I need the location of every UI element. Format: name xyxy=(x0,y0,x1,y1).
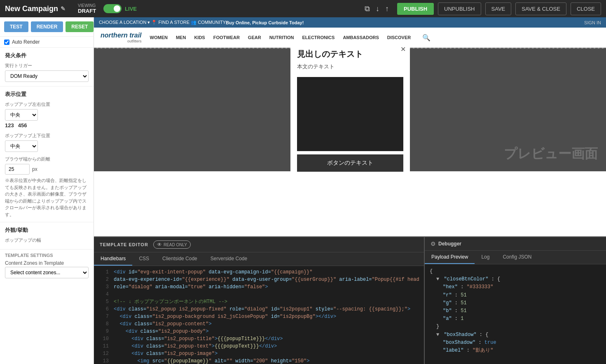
json-label: "label" : "影あり" xyxy=(430,347,601,355)
nav-kids[interactable]: KIDS xyxy=(194,35,205,40)
json-root-open: { xyxy=(430,268,601,275)
download-icon[interactable]: ↓ xyxy=(376,5,379,13)
sidebar-note: ※表示位置が中央の場合、距離指定をしても反映されません。またポップアップの大きさ… xyxy=(5,177,89,218)
position-section: 表示位置 ポップアップ左右位置 中央 123 456 ポップアップ上下位置 中央… xyxy=(0,86,94,222)
draft-live-toggle[interactable]: LIVE xyxy=(103,4,137,13)
toggle-switch[interactable] xyxy=(103,4,122,13)
tab-log[interactable]: Log xyxy=(475,251,496,264)
header-icons: ⧉ ↓ ↑ xyxy=(365,5,389,13)
popup-body-text: 本文のテキスト xyxy=(290,61,410,74)
coord-y: 456 xyxy=(18,122,27,128)
preview-area: CHOOSE A LOCATION ▾ 📍 FIND A STORE 👥 COM… xyxy=(94,17,606,236)
nav-ambassadors[interactable]: AMBASSADORS xyxy=(343,35,379,40)
viewing-label: VIEWING xyxy=(78,3,96,8)
nav-discover[interactable]: DISCOVER xyxy=(387,35,411,40)
eye-icon: 👁 xyxy=(157,242,162,247)
tab-config-json[interactable]: Config JSON xyxy=(496,251,538,264)
code-line-6: 6 <div class="is2_popup is2_popup-fixed"… xyxy=(94,306,424,313)
main-layout: TEST RENDER RESET Auto Render 発火条件 実行トリガ… xyxy=(0,17,606,364)
close-button[interactable]: CLOSE xyxy=(571,2,601,15)
code-line-3: 3 role="dialog" aria-modal="true" aria-h… xyxy=(94,283,424,291)
popup-image-placeholder xyxy=(297,77,403,151)
popup-close-button[interactable]: ✕ xyxy=(400,45,406,53)
upload-icon[interactable]: ↑ xyxy=(385,5,389,13)
center-area: CHOOSE A LOCATION ▾ 📍 FIND A STORE 👥 COM… xyxy=(94,17,606,364)
distance-label: ブラウザ端からの距離 xyxy=(5,156,89,162)
site-top-left: CHOOSE A LOCATION ▾ 📍 FIND A STORE 👥 COM… xyxy=(99,20,226,25)
viewing-group: VIEWING DRAFT xyxy=(78,3,96,14)
content-zones-label: Content Zones in Template xyxy=(0,259,94,267)
debugger-header: ⚙ Debugger xyxy=(425,237,606,251)
h-position-label: ポップアップ左右位置 xyxy=(5,101,89,107)
tab-clientside-code[interactable]: Clientside Code xyxy=(156,252,204,266)
tab-handlebars[interactable]: Handlebars xyxy=(94,252,132,266)
search-icon[interactable]: 🔍 xyxy=(422,34,431,42)
h-position-select[interactable]: 中央 xyxy=(5,109,38,121)
debugger-icon: ⚙ xyxy=(431,240,436,247)
tab-serverside-code[interactable]: Serverside Code xyxy=(204,252,254,266)
px-label: px xyxy=(32,166,37,172)
template-editor-panel: TEMPLATE EDITOR 👁 READ ONLY Handlebars C… xyxy=(94,237,425,364)
copy-icon[interactable]: ⧉ xyxy=(365,5,370,13)
save-button[interactable]: SAVE xyxy=(485,2,512,15)
tab-payload-preview[interactable]: Payload Preview xyxy=(425,251,475,264)
popup-action-button[interactable]: ボタンのテキスト xyxy=(297,154,403,172)
save-close-button[interactable]: SAVE & CLOSE xyxy=(515,2,566,15)
campaign-title: New Campaign ✎ xyxy=(5,5,66,13)
auto-render-label: Auto Render xyxy=(12,39,40,45)
reset-button[interactable]: RESET xyxy=(66,21,94,32)
auto-render-row: Auto Render xyxy=(0,37,94,48)
logo-sub: outfitters xyxy=(101,39,142,43)
code-line-1: 1 <div id="evg-exit-intent-popup" data-e… xyxy=(94,268,424,276)
debugger-tabs: Payload Preview Log Config JSON xyxy=(425,251,606,264)
json-arrow-close-btn[interactable]: ▼ xyxy=(436,276,439,282)
nav-footwear[interactable]: FOOTWEAR xyxy=(213,35,240,40)
website-mockup: CHOOSE A LOCATION ▾ 📍 FIND A STORE 👥 COM… xyxy=(94,17,606,236)
json-close-btn-color: ▼ "closeBtnColor" : { xyxy=(430,275,601,283)
json-hex: "hex" : "#333333" xyxy=(430,283,601,291)
render-button[interactable]: RENDER xyxy=(31,21,63,32)
nav-men[interactable]: MEN xyxy=(176,35,186,40)
code-line-9: 9 <div class="is2_popup-body"> xyxy=(94,328,424,335)
json-arrow-box-shadow[interactable]: ▼ xyxy=(436,332,439,338)
nav-electronics[interactable]: ELECTRONICS xyxy=(302,35,335,40)
edit-icon[interactable]: ✎ xyxy=(61,5,66,12)
auto-render-checkbox[interactable] xyxy=(4,40,9,45)
json-r: "r" : 51 xyxy=(430,292,601,299)
placeholder-svg xyxy=(298,78,402,150)
px-row: px xyxy=(5,164,89,175)
code-line-5: 5 <!-- ↓ ポップアップコンポーネントのHTML --> xyxy=(94,298,424,306)
editor-tabs: Handlebars CSS Clientside Code Serversid… xyxy=(94,252,424,266)
tab-css[interactable]: CSS xyxy=(132,252,156,266)
debugger-content-area[interactable]: { ▼ "closeBtnColor" : { "hex" : "#333333… xyxy=(425,264,606,364)
debugger-panel: ⚙ Debugger Payload Preview Log Config JS… xyxy=(425,237,606,364)
svg-line-1 xyxy=(299,78,400,150)
popup-overlay: ✕ 見出しのテキスト 本文のテキスト xyxy=(94,49,606,171)
code-line-12: 12 <div class="is2_popup-image"> xyxy=(94,350,424,357)
distance-input[interactable] xyxy=(5,164,30,175)
nav-nutrition[interactable]: NUTRITION xyxy=(269,35,294,40)
code-line-4: 4 xyxy=(94,291,424,298)
content-zones-select[interactable]: Select content zones... xyxy=(5,267,89,278)
debugger-title: Debugger xyxy=(438,241,461,247)
site-top-center: Buy Online, Pickup Curbside Today! xyxy=(226,20,304,25)
json-b: "b" : 51 xyxy=(430,307,601,315)
unpublish-button[interactable]: UNPUBLISH xyxy=(438,2,481,15)
nav-women[interactable]: WOMEN xyxy=(150,35,168,40)
bottom-editor: TEMPLATE EDITOR 👁 READ ONLY Handlebars C… xyxy=(94,236,606,364)
trigger-section: 発火条件 実行トリガー DOM Ready xyxy=(0,48,94,86)
readonly-label: READ ONLY xyxy=(164,243,187,247)
v-position-select[interactable]: 中央 xyxy=(5,140,38,152)
draft-label: DRAFT xyxy=(78,8,96,14)
v-position-label: ポップアップ上下位置 xyxy=(5,133,89,139)
test-button[interactable]: TEST xyxy=(4,21,28,32)
sidebar-top-buttons: TEST RENDER RESET xyxy=(0,17,94,37)
editor-code-area[interactable]: 1 <div id="evg-exit-intent-popup" data-e… xyxy=(94,266,424,364)
editor-title: TEMPLATE EDITOR xyxy=(100,242,148,247)
nav-gear[interactable]: GEAR xyxy=(248,35,261,40)
json-g: "g" : 51 xyxy=(430,299,601,307)
coord-row: 123 456 xyxy=(5,122,89,128)
trigger-select[interactable]: DOM Ready xyxy=(5,70,89,82)
publish-button[interactable]: PUBLISH xyxy=(397,3,434,15)
site-top-signin[interactable]: SIGN IN xyxy=(584,20,601,25)
